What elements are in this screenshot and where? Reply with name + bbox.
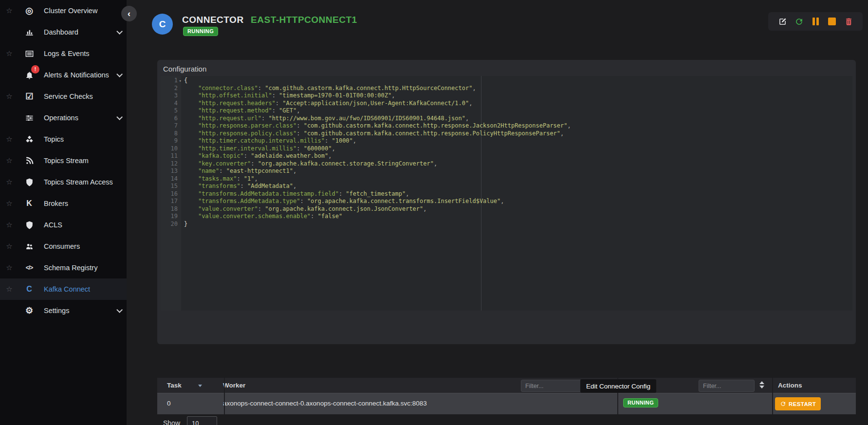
sidebar-item-cluster-overview[interactable]: ☆ ◎ Cluster Overview (0, 0, 127, 21)
connector-type-label: CONNECTOR (182, 15, 244, 25)
sliders-icon (23, 112, 35, 124)
page-size-select[interactable]: 10 (187, 416, 217, 425)
sidebar-item-logs-events[interactable]: ☆ Logs & Events (0, 43, 127, 64)
worker-filter-input[interactable] (521, 380, 582, 392)
line-number: 18 (161, 205, 181, 213)
refresh-icon[interactable] (794, 16, 804, 27)
favorite-star-icon[interactable]: ☆ (4, 221, 14, 229)
sidebar-item-schema-registry[interactable]: ☆ </> Schema Registry (0, 257, 127, 278)
shield-icon (23, 176, 35, 188)
line-number: 10 (161, 145, 181, 153)
sidebar-item-label: Cluster Overview (44, 7, 97, 15)
table-header: Task Worker Actions Edit Connector Confi… (157, 378, 856, 393)
favorite-star-icon[interactable]: ☆ (4, 242, 14, 251)
favorite-star-icon[interactable]: ☆ (4, 285, 14, 294)
sidebar-item-dashboard[interactable]: Dashboard (0, 21, 127, 43)
status-filter-input[interactable] (699, 380, 755, 392)
k-letter-icon: K (23, 198, 35, 209)
restart-button[interactable]: RESTART (775, 397, 821, 410)
connector-name: EAST-HTTPCONNECT1 (251, 15, 357, 25)
code-line: "http.timer.catchup.interval.millis": "1… (181, 137, 356, 145)
shield-icon (23, 219, 35, 231)
fold-caret-icon[interactable]: ▾ (179, 77, 182, 85)
column-header-worker[interactable]: Worker (223, 382, 245, 389)
code-line: "connector.class": "com.github.castorm.k… (181, 85, 476, 92)
edit-icon[interactable] (777, 16, 788, 27)
line-number: 16 (161, 190, 181, 198)
line-number: 11 (161, 152, 181, 160)
code-line: "http.timer.interval.millis": "600000", (181, 145, 335, 153)
column-divider (772, 378, 773, 414)
favorite-star-icon[interactable]: ☆ (4, 92, 14, 101)
stop-icon[interactable] (827, 16, 837, 27)
sidebar-item-consumers[interactable]: ☆ Consumers (0, 236, 127, 257)
sidebar-item-label: Alerts & Notifications (44, 71, 109, 79)
code-line: "value.converter": "org.apache.kafka.con… (181, 205, 427, 213)
sidebar-item-kafka-connect[interactable]: ☆ C Kafka Connect (0, 278, 127, 300)
code-line: "transforms.AddMetadata.type": "org.apac… (181, 198, 504, 205)
sidebar-item-topics[interactable]: ☆ Topics (0, 129, 127, 150)
sidebar-item-label: ACLS (44, 221, 62, 229)
code-icon: </> (23, 262, 35, 274)
line-number: 3 (161, 92, 181, 100)
sidebar-item-brokers[interactable]: ☆ K Brokers (0, 193, 127, 214)
sidebar-item-alerts-notifications[interactable]: ! Alerts & Notifications (0, 64, 127, 86)
sidebar-item-operations[interactable]: Operations (0, 107, 127, 129)
delete-icon[interactable] (843, 16, 854, 27)
sidebar-item-label: Topics Stream (44, 157, 89, 165)
sidebar-item-label: Operations (44, 114, 78, 122)
gear-icon: ⚙ (23, 305, 35, 316)
sidebar-item-topics-stream[interactable]: ☆ Topics Stream (0, 150, 127, 171)
code-line: "transforms": "AddMetadata", (181, 183, 296, 190)
page-title: CONNECTOR EAST-HTTPCONNECT1 (182, 15, 357, 25)
config-code-editor[interactable]: 1▾{2 "connector.class": "com.github.cast… (161, 76, 852, 311)
sidebar-item-topics-stream-access[interactable]: ☆ Topics Stream Access (0, 171, 127, 193)
chevron-down-icon (116, 71, 123, 77)
favorite-star-icon[interactable]: ☆ (4, 178, 14, 186)
line-number: 8 (161, 130, 181, 138)
favorite-star-icon[interactable]: ☆ (4, 49, 14, 58)
sidebar-item-label: Topics (44, 135, 64, 143)
column-divider (224, 378, 225, 414)
line-number: 20 (161, 221, 181, 228)
list-icon (23, 48, 35, 59)
sidebar-collapse-button[interactable]: ‹ (121, 6, 137, 21)
line-number: 7 (161, 122, 181, 130)
code-line: "http.request.headers": "Accept:applicat… (181, 100, 472, 108)
sidebar-item-label: Dashboard (44, 28, 78, 36)
sort-updown-icon[interactable] (759, 381, 764, 388)
favorite-star-icon[interactable]: ☆ (4, 199, 14, 208)
show-label: Show (163, 419, 180, 425)
edit-connector-config-tooltip: Edit Connector Config (580, 379, 656, 393)
code-line: "http.response.policy.class": "com.githu… (181, 130, 564, 138)
line-number: 12 (161, 160, 181, 168)
line-number: 5 (161, 107, 181, 115)
line-number: 6 (161, 115, 181, 123)
sidebar-item-label: Topics Stream Access (44, 178, 113, 186)
table-footer: Show 10 (157, 416, 217, 425)
code-line: "tasks.max": "1", (181, 175, 258, 183)
line-number: 19 (161, 213, 181, 221)
code-line: "key.converter": "org.apache.kafka.conne… (181, 160, 437, 168)
status-badge: RUNNING (183, 27, 218, 36)
line-number: 15 (161, 183, 181, 190)
configuration-title: Configuration (163, 65, 206, 73)
code-lines: 1▾{2 "connector.class": "com.github.cast… (161, 77, 852, 228)
connector-actions-toolbar (768, 12, 863, 31)
chevron-left-icon: ‹ (128, 9, 130, 19)
favorite-star-icon[interactable]: ☆ (4, 263, 14, 272)
check-square-icon: ☑ (23, 91, 35, 102)
sidebar-item-settings[interactable]: ⚙ Settings (0, 300, 127, 321)
favorite-star-icon[interactable]: ☆ (4, 135, 14, 144)
table-row: 0 axonops-connect-connect-0.axonops-conn… (157, 393, 856, 414)
code-line: "http.request.url": "http://www.bom.gov.… (181, 115, 469, 123)
sidebar-item-acls[interactable]: ☆ ACLS (0, 214, 127, 236)
line-number: 17 (161, 198, 181, 205)
sidebar-item-service-checks[interactable]: ☆ ☑ Service Checks (0, 86, 127, 107)
favorite-star-icon[interactable]: ☆ (4, 6, 14, 15)
favorite-star-icon[interactable]: ☆ (4, 156, 14, 165)
column-header-task[interactable]: Task (167, 382, 202, 389)
code-line: "kafka.topic": "adelaide.weather.bom", (181, 152, 332, 160)
code-line: "http.response.parser.class": "com.githu… (181, 122, 571, 130)
pause-icon[interactable] (810, 16, 821, 27)
